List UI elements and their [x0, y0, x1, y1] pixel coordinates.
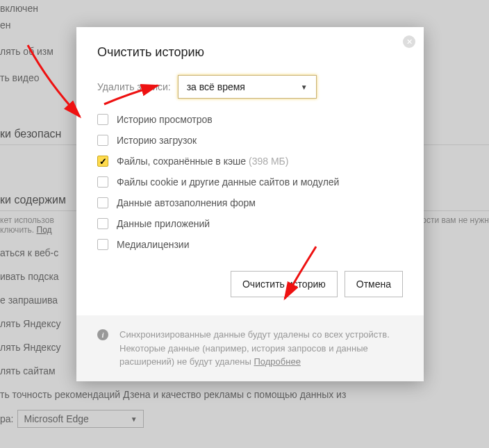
close-icon: ✕ — [406, 38, 413, 47]
checkbox[interactable] — [97, 114, 108, 125]
checkbox-row: Историю просмотров — [97, 114, 403, 125]
checkbox-label: Файлы, сохранённые в кэше (398 МБ) — [117, 156, 288, 167]
checkbox[interactable] — [97, 176, 108, 188]
checkbox-label: Файлы cookie и другие данные сайтов и мо… — [117, 176, 339, 188]
checkbox[interactable]: ✓ — [97, 156, 108, 167]
time-range-label: Удалить записи: — [97, 81, 171, 92]
close-button[interactable]: ✕ — [403, 35, 415, 48]
checkbox[interactable] — [97, 218, 108, 229]
checkbox-label: Данные автозаполнения форм — [117, 197, 256, 208]
checkbox-label: Медиалицензии — [117, 239, 190, 250]
clear-history-button[interactable]: Очистить историю — [231, 271, 338, 297]
dropdown-value: за всё время — [187, 81, 245, 92]
dialog-footer: i Синхронизированные данные будут удален… — [76, 315, 424, 381]
cancel-button[interactable]: Отмена — [345, 271, 403, 297]
checkbox-row: Историю загрузок — [97, 135, 403, 146]
checkbox-row: Файлы cookie и другие данные сайтов и мо… — [97, 176, 403, 188]
info-icon: i — [97, 329, 108, 340]
time-range-dropdown[interactable]: за всё время ▼ — [178, 75, 317, 99]
more-info-link[interactable]: Подробнее — [254, 356, 301, 367]
chevron-down-icon: ▼ — [301, 83, 308, 91]
dialog-title: Очистить историю — [97, 45, 403, 60]
checkbox-row: ✓Файлы, сохранённые в кэше (398 МБ) — [97, 156, 403, 167]
checkbox-label: Данные приложений — [117, 218, 210, 229]
checkbox[interactable] — [97, 197, 108, 208]
checkbox-row: Данные автозаполнения форм — [97, 197, 403, 208]
clear-history-dialog: ✕ Очистить историю Удалить записи: за вс… — [76, 27, 424, 381]
size-label: (398 МБ) — [246, 156, 288, 167]
checkbox[interactable] — [97, 135, 108, 146]
checkbox-row: Медиалицензии — [97, 239, 403, 250]
checkbox-label: Историю просмотров — [117, 114, 213, 125]
checkbox-row: Данные приложений — [97, 218, 403, 229]
checkbox-label: Историю загрузок — [117, 135, 197, 146]
checkbox[interactable] — [97, 239, 108, 250]
